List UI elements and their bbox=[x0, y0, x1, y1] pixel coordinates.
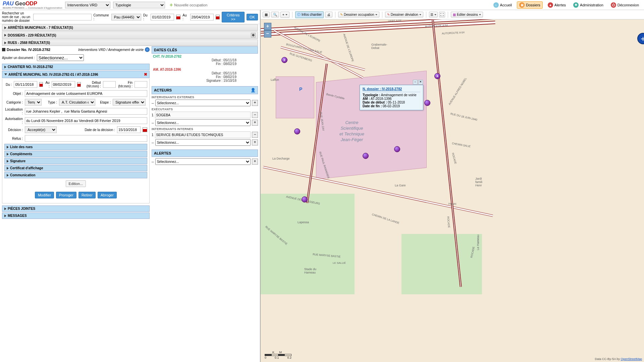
panel-messages[interactable]: MESSAGES bbox=[2, 213, 150, 219]
add-button[interactable]: + bbox=[252, 139, 258, 145]
accordion-arretes[interactable]: ARRÊTÉS MUNICIPAUX - 7 RÉSULTAT(S) bbox=[2, 24, 258, 31]
tool-infos-chantier[interactable]: ⓘInfos chantier bbox=[295, 11, 324, 18]
delete-icon[interactable]: ✖ bbox=[144, 72, 147, 77]
calendar-icon[interactable] bbox=[176, 15, 180, 19]
settings-icon[interactable]: ⚙ bbox=[251, 33, 256, 38]
plus-icon: + bbox=[170, 2, 173, 8]
tool-grid[interactable]: ▦ bbox=[263, 12, 270, 17]
form-datedec-input[interactable] bbox=[117, 126, 141, 133]
form-etape-select[interactable]: Signature effective bbox=[113, 99, 146, 106]
form-du-input[interactable] bbox=[14, 81, 37, 88]
map-street: RUE DU 18 JUIN 1940 bbox=[450, 112, 478, 121]
ext-label: INTERVENANTS EXTERNES bbox=[152, 96, 258, 99]
modifier-button[interactable]: Modifier bbox=[35, 192, 54, 198]
map-marker[interactable]: 4 bbox=[434, 73, 440, 79]
date-du-input[interactable] bbox=[151, 14, 174, 20]
nav-dossiers[interactable]: ▣Dossiers bbox=[517, 1, 543, 9]
criteres-button[interactable]: Critères >> bbox=[222, 12, 245, 22]
map-place: Hourc bbox=[448, 202, 457, 205]
int-select[interactable]: Sélectionnez... bbox=[155, 139, 251, 146]
accordion-dossiers[interactable]: DOSSIERS - 229 RÉSULTAT(S)⚙ bbox=[2, 32, 258, 39]
calendar-icon[interactable] bbox=[77, 82, 81, 87]
form-objet-input[interactable] bbox=[25, 90, 147, 97]
panel-arrete[interactable]: ARRÊTÉ MUNICIPAL NO. IV-2018-2782-01 / A… bbox=[2, 71, 150, 78]
nav-accueil[interactable]: ⌂Accueil bbox=[491, 1, 514, 9]
globe-icon[interactable] bbox=[145, 47, 150, 52]
map-marker[interactable] bbox=[302, 196, 308, 202]
sub-certificat[interactable]: Certificat d'affichage bbox=[4, 165, 147, 171]
remove-button[interactable]: − bbox=[252, 132, 258, 138]
form-au-input[interactable] bbox=[52, 81, 75, 88]
abroger-button[interactable]: Abroger bbox=[98, 192, 117, 198]
tool-print[interactable]: 🖨 bbox=[325, 12, 332, 17]
calendar-icon[interactable] bbox=[216, 15, 220, 19]
popup-dossier-link[interactable]: N. dossier : IV-2018-2782 bbox=[363, 87, 402, 91]
osm-link[interactable]: OpenStreetMap bbox=[621, 357, 642, 361]
date-au-input[interactable] bbox=[190, 14, 214, 20]
add-button[interactable]: + bbox=[252, 120, 258, 126]
proroger-button[interactable]: Proroger bbox=[56, 192, 76, 198]
popup-close-icon[interactable]: ✕ bbox=[418, 80, 423, 84]
map-street: AVENUE DE L'EUROPE bbox=[342, 33, 355, 62]
acteurs-tool-icon[interactable]: 👤 bbox=[251, 88, 256, 93]
nav-alertes[interactable]: ▲Alertes bbox=[545, 1, 568, 9]
alert-icon: ▲ bbox=[548, 2, 553, 8]
tool-dessiner-occupation[interactable]: ✎Dessiner occupation bbox=[338, 12, 379, 17]
map-marker[interactable] bbox=[294, 128, 300, 134]
accordion-rues[interactable]: RUES - 2568 RÉSULTAT(S) bbox=[2, 40, 258, 46]
alerte-select[interactable]: Sélectionnez... bbox=[155, 158, 251, 165]
nav-deconnexion[interactable]: ⏻Déconnexion bbox=[608, 1, 641, 9]
search-input[interactable] bbox=[33, 14, 92, 20]
map-place: Lapessa bbox=[298, 221, 309, 224]
form-dec-select[interactable]: Accepté(e) bbox=[25, 126, 57, 133]
tool-search[interactable]: 🔍 bbox=[271, 12, 279, 17]
commune-select[interactable]: Pau (64445) bbox=[111, 14, 141, 20]
nav-administration[interactable]: ✱Administration bbox=[571, 1, 606, 9]
ext-select[interactable]: Sélectionnez... bbox=[155, 100, 251, 106]
form-etape-label: Etape : bbox=[97, 101, 111, 104]
ok-button[interactable]: OK bbox=[247, 14, 258, 20]
zoom-in-button[interactable]: + bbox=[264, 23, 271, 30]
form-loc-input[interactable] bbox=[25, 108, 147, 115]
tool-editer-dessins[interactable]: ▦Editer dessins bbox=[451, 12, 483, 17]
map-marker[interactable] bbox=[394, 146, 400, 152]
top-select-domain[interactable]: Interventions VRD bbox=[65, 2, 110, 8]
form-debut-input[interactable] bbox=[103, 81, 116, 88]
new-occupation-button[interactable]: +Nouvelle occupation bbox=[168, 1, 209, 9]
form-auth-input[interactable] bbox=[25, 117, 147, 124]
map-marker[interactable]: 2 bbox=[281, 57, 287, 63]
calendar-icon[interactable] bbox=[39, 82, 43, 87]
add-doc-label: Ajouter un document : bbox=[2, 56, 35, 60]
popup-min-icon[interactable]: – bbox=[413, 80, 418, 84]
retirer-button[interactable]: Retirer bbox=[78, 192, 96, 198]
sub-complements[interactable]: Compléments bbox=[4, 151, 147, 157]
add-button[interactable]: + bbox=[252, 100, 258, 106]
panel-chantier[interactable]: CHANTIER NO. IV-2018-2782 bbox=[2, 64, 150, 70]
add-button[interactable]: + bbox=[252, 159, 258, 165]
sub-communication[interactable]: Communication bbox=[4, 172, 147, 178]
form-refus-input[interactable] bbox=[25, 135, 147, 142]
exec-1 bbox=[155, 112, 251, 118]
tool-layers[interactable]: ☰ bbox=[429, 12, 438, 17]
panel-pj[interactable]: PIÈCES JOINTES bbox=[2, 205, 150, 212]
map-marker[interactable] bbox=[363, 153, 369, 159]
add-doc-select[interactable]: Sélectionnez... bbox=[37, 54, 84, 61]
zoom-out-button[interactable]: − bbox=[264, 30, 271, 38]
map-marker[interactable] bbox=[424, 100, 430, 106]
map-street: CHEMIN DE LA LANDE bbox=[372, 213, 400, 225]
form-cat-select[interactable]: Temporaire bbox=[25, 99, 42, 106]
form-fin-input[interactable] bbox=[135, 81, 147, 88]
tool-fullscreen[interactable]: ⛶ bbox=[439, 12, 445, 17]
map-street: CHEMIN SALIÉ bbox=[452, 142, 471, 148]
top-select-typologie[interactable]: Typologie bbox=[113, 2, 165, 8]
sub-signature[interactable]: Signature bbox=[4, 158, 147, 164]
exec-select[interactable]: Sélectionnez... bbox=[155, 119, 251, 126]
remove-button[interactable]: − bbox=[252, 112, 258, 118]
form-type-select[interactable]: A.T. Circulation et/ou bbox=[59, 99, 95, 106]
edition-button[interactable]: Edition... bbox=[66, 180, 86, 187]
sub-liste-rues[interactable]: Liste des rues bbox=[4, 144, 147, 150]
tool-pointer[interactable]: ⌖ bbox=[280, 12, 289, 18]
calendar-icon[interactable] bbox=[143, 127, 147, 132]
tool-dessiner-deviation[interactable]: ✎Dessiner déviation bbox=[385, 12, 423, 17]
map-canvas[interactable]: Centre Scientifique et Technique Jean-Fé… bbox=[261, 19, 644, 362]
